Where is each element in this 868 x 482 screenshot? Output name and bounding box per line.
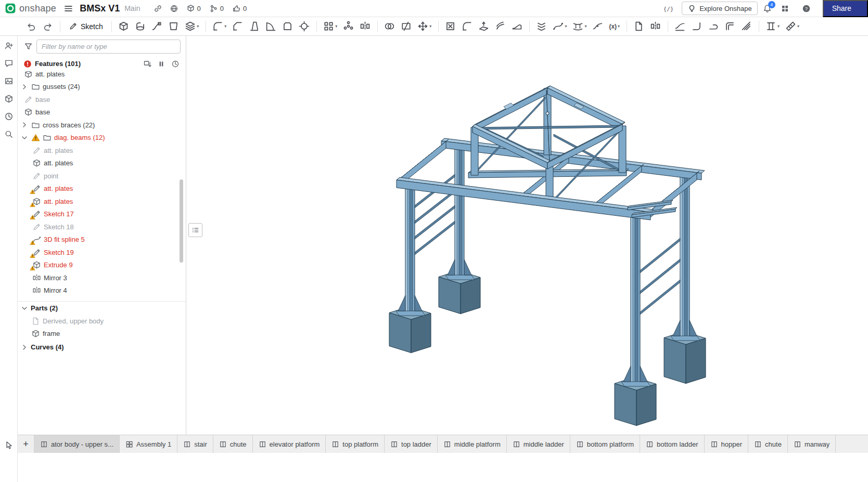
named-views-icon[interactable]: [4, 76, 14, 86]
chevron-right-icon[interactable]: [20, 343, 29, 351]
flange-tool-button[interactable]: [691, 21, 702, 32]
add-tab-button[interactable]: +: [18, 435, 34, 453]
feature-list-scrollbar[interactable]: [180, 179, 183, 263]
curves-section-header[interactable]: Curves (4): [18, 340, 186, 354]
linear-pattern-dropdown-caret[interactable]: ▾: [335, 24, 337, 29]
projected-curve-dropdown-caret[interactable]: ▾: [584, 24, 586, 29]
tab-stair[interactable]: stair: [177, 435, 213, 453]
tab-top-ladder[interactable]: top ladder: [385, 435, 438, 453]
undo-button[interactable]: [26, 21, 36, 32]
feature-row[interactable]: 3D fit spline 5: [18, 233, 186, 246]
versions-count[interactable]: 0: [209, 4, 224, 13]
modify-fillet-tool-button[interactable]: [462, 21, 473, 32]
share-button[interactable]: Share: [823, 0, 868, 17]
composite-curve-tool-button[interactable]: [592, 21, 603, 32]
feature-row[interactable]: Mirror 3: [18, 271, 186, 284]
export-count[interactable]: 0: [186, 4, 201, 13]
explore-onshape-button[interactable]: Explore Onshape: [682, 2, 757, 15]
sketch-button[interactable]: Sketch: [64, 20, 108, 32]
tab-top-platform[interactable]: top platform: [326, 435, 385, 453]
tab-ator-body-upper-s[interactable]: ator body - upper s...: [34, 435, 120, 453]
loft-tool-button[interactable]: [168, 21, 179, 32]
feature-row[interactable]: Mirror 4: [18, 284, 186, 297]
tab-chute[interactable]: chute: [748, 435, 788, 453]
feature-row[interactable]: base: [18, 106, 186, 119]
draft-tool-button[interactable]: [249, 21, 260, 32]
menu-icon[interactable]: [63, 4, 73, 14]
feature-row[interactable]: att. plates: [18, 144, 186, 157]
public-icon[interactable]: [170, 4, 178, 13]
feature-row[interactable]: diag. beams (12): [18, 132, 186, 145]
model-frame-part[interactable]: [186, 36, 868, 435]
feature-dialog-flyout-button[interactable]: [188, 223, 202, 237]
hem-tool-button[interactable]: [708, 21, 719, 32]
feature-row[interactable]: att. plates: [18, 183, 186, 196]
chevron-right-icon[interactable]: [20, 83, 29, 91]
thicken-dropdown-caret[interactable]: ▾: [197, 24, 199, 29]
split-tool-button[interactable]: [401, 21, 412, 32]
insert-feature-icon[interactable]: [143, 60, 151, 68]
feature-row[interactable]: Sketch 19: [18, 246, 186, 259]
feature-row[interactable]: att. plates: [18, 157, 186, 170]
delete-part-tool-button[interactable]: [445, 21, 456, 32]
tab-chute[interactable]: chute: [213, 435, 253, 453]
helix-tool-button[interactable]: [536, 21, 547, 32]
parts-section-header[interactable]: Parts (2): [18, 301, 186, 315]
3d-fit-spline-tool-button[interactable]: ▾: [553, 21, 567, 32]
tab-middle-platform[interactable]: middle platform: [438, 435, 507, 453]
pattern-mirror-tool-button[interactable]: [650, 21, 661, 32]
hole-tool-button[interactable]: [299, 21, 310, 32]
feature-row[interactable]: gussets (24): [18, 81, 186, 94]
projected-curve-tool-button[interactable]: ▾: [572, 21, 586, 32]
chevron-down-icon[interactable]: [20, 134, 29, 142]
apps-grid-icon[interactable]: [781, 4, 789, 13]
move-face-tool-button[interactable]: [478, 21, 489, 32]
display-cube-icon[interactable]: [4, 94, 14, 103]
tab-bottom-platform[interactable]: bottom platform: [570, 435, 640, 453]
sheet-metal-corner-tool-button[interactable]: [724, 21, 735, 32]
fillet-tool-button[interactable]: ▾: [212, 21, 226, 32]
fill-surface-tool-button[interactable]: [512, 21, 522, 32]
measure-tool-button[interactable]: ▾: [785, 21, 799, 32]
rib-tool-button[interactable]: [265, 21, 276, 32]
history-clock-icon[interactable]: [4, 112, 14, 121]
featurescript-icon[interactable]: {/}: [664, 4, 673, 13]
measure-dropdown-caret[interactable]: ▾: [797, 24, 799, 29]
3d-fit-spline-dropdown-caret[interactable]: ▾: [565, 24, 567, 29]
link-icon[interactable]: [154, 4, 162, 13]
circular-pattern-tool-button[interactable]: [343, 21, 354, 32]
variable-dropdown-caret[interactable]: ▾: [618, 24, 620, 29]
tab-assembly-1[interactable]: Assembly 1: [120, 435, 177, 453]
shell-tool-button[interactable]: [282, 21, 293, 32]
collaborators-icon[interactable]: [4, 41, 14, 50]
frame-tool-button[interactable]: ▾: [765, 21, 780, 32]
revolve-tool-button[interactable]: [135, 21, 146, 32]
transform-tool-button[interactable]: ▾: [417, 21, 431, 32]
filter-input[interactable]: [36, 40, 181, 54]
mirror-tool-button[interactable]: [360, 21, 371, 32]
offset-surface-tool-button[interactable]: [495, 21, 506, 32]
chevron-down-icon[interactable]: [20, 304, 29, 312]
sweep-tool-button[interactable]: [151, 21, 162, 32]
rollback-history-icon[interactable]: [171, 60, 180, 68]
chevron-right-icon[interactable]: [20, 121, 29, 129]
feature-row[interactable]: Extrude 9: [18, 259, 186, 272]
linear-pattern-tool-button[interactable]: ▾: [323, 21, 337, 32]
tab-elevator-platform[interactable]: elevator platform: [253, 435, 326, 453]
tab-manway[interactable]: manway: [788, 435, 836, 453]
feature-row[interactable]: base: [18, 93, 186, 106]
feature-row[interactable]: att. plates: [18, 71, 186, 81]
filter-icon[interactable]: [24, 42, 33, 51]
graphics-area[interactable]: [186, 36, 868, 435]
feature-row[interactable]: att. plates: [18, 195, 186, 208]
feature-row[interactable]: Sketch 18: [18, 220, 186, 233]
feature-row[interactable]: Sketch 17: [18, 208, 186, 221]
redo-button[interactable]: [43, 21, 53, 32]
tab-middle-ladder[interactable]: middle ladder: [507, 435, 570, 453]
part-row[interactable]: frame: [18, 328, 186, 341]
tab-hopper[interactable]: hopper: [705, 435, 748, 453]
finish-sheet-metal-tool-button[interactable]: [741, 21, 752, 32]
sheet-metal-model-tool-button[interactable]: [674, 21, 685, 32]
pointer-cursor-icon[interactable]: [4, 440, 14, 450]
derived-tool-button[interactable]: [633, 21, 644, 32]
